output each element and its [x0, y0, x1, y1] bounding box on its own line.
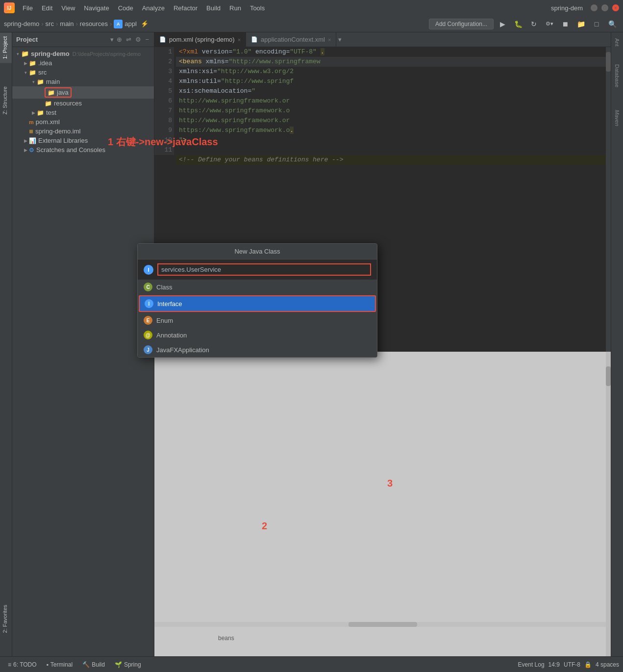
new-java-class-dialog-overlay: 2 3 New Java Class I C Class I: [137, 243, 377, 358]
status-terminal[interactable]: ▪ Terminal: [43, 660, 77, 670]
toolbar-buttons: Add Configuration... ▶ 🐛 ↻ ⚙▾ ⏹ 📁 □ 🔍: [429, 18, 619, 30]
locate-icon[interactable]: ⊕: [116, 35, 123, 44]
menu-file[interactable]: File: [19, 3, 37, 13]
add-configuration-button[interactable]: Add Configuration...: [429, 19, 494, 29]
code-line-2: <beans xmlns="http://www.springframew: [176, 57, 611, 67]
close-button[interactable]: ×: [612, 4, 619, 11]
breadcrumb-src[interactable]: src: [46, 20, 54, 27]
menu-bar: File Edit View Navigate Code Analyze Ref…: [19, 3, 543, 13]
settings-icon[interactable]: ⚙: [134, 35, 142, 44]
h-scrollbar-thumb[interactable]: [349, 622, 417, 627]
tab-xml-icon: 📄: [159, 36, 166, 43]
tree-item-src[interactable]: ▾ 📁 src: [12, 68, 154, 77]
breadcrumb-resources[interactable]: resources: [80, 20, 108, 27]
enum-icon: E: [144, 316, 152, 325]
tab-pom-close[interactable]: ×: [238, 37, 241, 43]
tree-item-resources[interactable]: 📁 resources: [12, 99, 154, 108]
sidebar-tab-project[interactable]: 1: Project: [0, 32, 12, 63]
encoding[interactable]: UTF-8: [564, 661, 580, 668]
stop-button[interactable]: ⏹: [558, 18, 572, 30]
navigate-icon[interactable]: ⚡: [141, 20, 149, 27]
code-line-6: http://www.springframework.or: [176, 96, 611, 106]
sidebar-tab-structure[interactable]: Z: Structure: [0, 82, 12, 118]
idea-folder-icon: 📁: [29, 60, 36, 67]
javafx-label: JavaFXApplication: [156, 346, 209, 354]
sidebar-tab-favorites[interactable]: 2: Favorites: [0, 601, 12, 637]
status-right: Event Log 14:9 UTF-8 🔒 4 spaces: [518, 661, 619, 668]
profile-button[interactable]: ⚙▾: [543, 18, 556, 30]
menu-build[interactable]: Build: [202, 3, 224, 13]
tab-app-close[interactable]: ×: [328, 37, 331, 43]
status-todo[interactable]: ≡ 6: TODO: [4, 660, 41, 670]
dialog-item-enum[interactable]: E Enum: [138, 313, 377, 328]
tree-label-main: main: [46, 78, 60, 85]
menu-code[interactable]: Code: [114, 3, 137, 13]
breadcrumb-spring-demo[interactable]: spring-demo: [4, 20, 39, 27]
minimize-panel-icon[interactable]: −: [144, 35, 150, 44]
new-java-class-dialog: New Java Class I C Class I Interface: [137, 243, 377, 358]
run-button[interactable]: ▶: [496, 18, 509, 30]
menu-tools[interactable]: Tools: [246, 3, 269, 13]
h-scrollbar-area[interactable]: [154, 622, 611, 627]
menu-view[interactable]: View: [57, 3, 79, 13]
dialog-item-class[interactable]: C Class: [138, 280, 377, 294]
status-build[interactable]: 🔨 Build: [78, 660, 109, 670]
tab-app-context[interactable]: 📄 applicationContext.xml ×: [246, 32, 336, 47]
menu-edit[interactable]: Edit: [38, 3, 56, 13]
scrollbar-thumb[interactable]: [606, 52, 611, 72]
right-scroll-thumb[interactable]: [606, 366, 611, 386]
settings-button[interactable]: □: [590, 18, 603, 30]
indent-setting[interactable]: 4 spaces: [596, 661, 619, 668]
tree-item-test[interactable]: ▶ 📁 test: [12, 108, 154, 117]
maven-tab[interactable]: Maven: [612, 106, 622, 130]
breadcrumb-main[interactable]: main: [60, 20, 74, 27]
comment-line: <!-- Define your beans definitions here …: [176, 155, 611, 165]
tree-item-java[interactable]: 📁 java: [12, 86, 154, 99]
menu-refactor[interactable]: Refactor: [170, 3, 201, 13]
new-class-name-input[interactable]: [157, 263, 371, 276]
search-button[interactable]: 🔍: [605, 18, 619, 30]
dialog-item-interface[interactable]: I Interface: [139, 295, 376, 312]
editor-tabs: 📄 pom.xml (spring-demo) × 📄 applicationC…: [154, 32, 611, 47]
database-tab[interactable]: Database: [612, 60, 622, 91]
editor-scrollbar-vertical[interactable]: [606, 47, 611, 352]
tree-item-iml[interactable]: ◼ spring-demo.iml: [12, 127, 154, 136]
tree-item-root[interactable]: ▾ 📁 spring-demo D:\IdeaProjects\spring-d…: [12, 49, 154, 58]
tree-item-idea[interactable]: ▶ 📁 .idea: [12, 58, 154, 68]
event-log[interactable]: Event Log: [518, 661, 545, 668]
right-scroll[interactable]: [606, 352, 611, 656]
dialog-item-javafx[interactable]: J JavaFXApplication: [138, 342, 377, 357]
coverage-button[interactable]: ↻: [527, 18, 541, 30]
tree-item-pom[interactable]: m pom.xml: [12, 117, 154, 127]
breadcrumb-appl[interactable]: appl: [125, 20, 137, 27]
menu-analyze[interactable]: Analyze: [138, 3, 169, 13]
tree-item-main[interactable]: ▾ 📁 main: [12, 77, 154, 86]
status-spring[interactable]: 🌱 Spring: [111, 660, 145, 670]
iml-icon: ◼: [29, 128, 33, 134]
code-line-4: xmlns:util="http://www.springf: [176, 77, 611, 86]
pom-icon: m: [29, 119, 34, 125]
panel-dropdown-icon: ▾: [110, 36, 114, 43]
class-label: Class: [156, 284, 173, 291]
project-panel-header: Project ▾ ⊕ ⇌ ⚙ −: [12, 32, 154, 47]
dialog-item-annotation[interactable]: @ Annotation: [138, 328, 377, 342]
title-bar: IJ File Edit View Navigate Code Analyze …: [0, 0, 623, 16]
editor-bottom-area: beans: [154, 352, 611, 656]
menu-run[interactable]: Run: [225, 3, 245, 13]
ant-tab[interactable]: Ant: [612, 34, 622, 51]
tree-item-external-libs[interactable]: ▶ 📊 External Libraries: [12, 136, 154, 145]
menu-navigate[interactable]: Navigate: [80, 3, 113, 13]
tree-arrow-main: ▾: [30, 79, 37, 84]
spring-label: Spring: [124, 661, 141, 668]
project-root-icon: 📁: [21, 50, 29, 57]
tab-dropdown-button[interactable]: ▾: [338, 36, 342, 43]
tree-arrow-test: ▶: [30, 110, 37, 115]
collapse-icon[interactable]: ⇌: [125, 35, 132, 44]
tab-pom-xml[interactable]: 📄 pom.xml (spring-demo) ×: [154, 32, 246, 47]
tree-label-test: test: [46, 109, 56, 116]
project-structure-button[interactable]: 📁: [574, 18, 588, 30]
tree-item-scratches[interactable]: ▶ ⚙ Scratches and Consoles: [12, 145, 154, 155]
maximize-button[interactable]: □: [601, 4, 608, 11]
minimize-button[interactable]: −: [591, 4, 598, 11]
debug-button[interactable]: 🐛: [511, 18, 525, 30]
